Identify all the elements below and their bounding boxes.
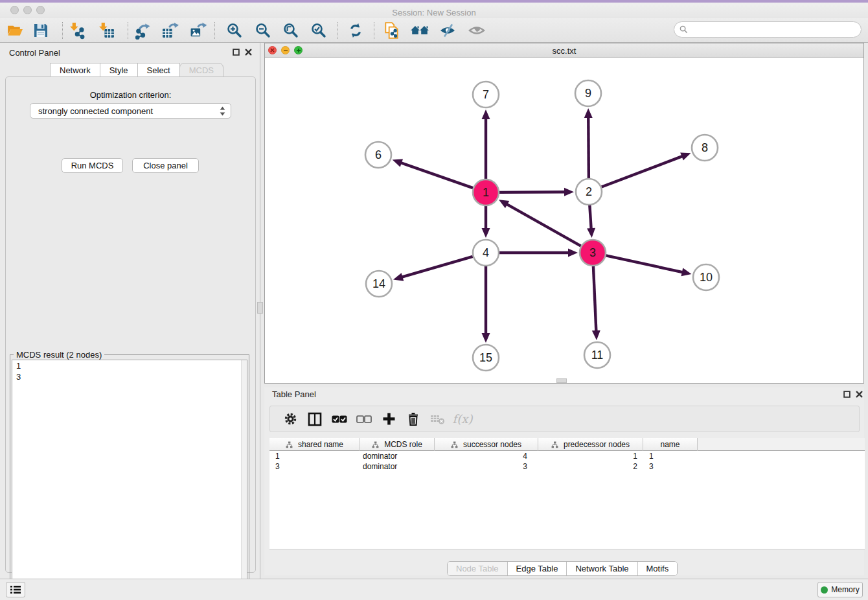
column-header-successor-nodes[interactable]: successor nodes bbox=[435, 438, 538, 451]
criterion-dropdown[interactable]: strongly connected component bbox=[30, 103, 231, 119]
delete-column-button[interactable] bbox=[401, 410, 426, 429]
result-scrollbar[interactable] bbox=[241, 360, 247, 599]
close-table-panel-button[interactable] bbox=[855, 390, 863, 398]
hide-graphics-details-button[interactable] bbox=[437, 20, 459, 41]
graph-edge[interactable] bbox=[588, 116, 589, 178]
graph-edge[interactable] bbox=[589, 205, 591, 230]
open-folder-button[interactable] bbox=[4, 20, 26, 41]
cell-mcds-role[interactable]: dominator bbox=[360, 451, 435, 461]
copy-network-view-button[interactable] bbox=[381, 20, 403, 41]
graph-edge-arrowhead bbox=[393, 273, 404, 281]
tab-select[interactable]: Select bbox=[137, 63, 180, 77]
tab-network-table[interactable]: Network Table bbox=[567, 562, 637, 575]
graph-edge[interactable] bbox=[401, 257, 473, 277]
network-canvas[interactable]: 7968124314101511 bbox=[265, 58, 863, 383]
table-row[interactable]: 1 dominator 4 1 1 bbox=[269, 451, 865, 461]
table-row[interactable]: 3 dominator 3 2 3 bbox=[269, 461, 865, 472]
zoom-in-button[interactable] bbox=[223, 20, 246, 41]
unchecked-boxes-icon bbox=[356, 415, 372, 423]
import-network-button[interactable] bbox=[65, 20, 87, 41]
column-label: shared name bbox=[298, 440, 343, 449]
column-header-shared-name[interactable]: shared name bbox=[269, 438, 360, 451]
show-graphics-details-button[interactable] bbox=[466, 20, 488, 41]
column-header-name[interactable]: name bbox=[643, 438, 698, 451]
memory-button[interactable]: Memory bbox=[817, 582, 863, 597]
zoom-selected-icon bbox=[310, 22, 327, 39]
graph-node-14[interactable]: 14 bbox=[366, 271, 392, 297]
close-panel-icon-button[interactable] bbox=[244, 48, 252, 56]
graph-node-label: 14 bbox=[372, 277, 385, 290]
zoom-selected-button[interactable] bbox=[308, 20, 330, 41]
tree-icon bbox=[551, 441, 558, 448]
graph-edge[interactable] bbox=[499, 192, 566, 192]
graph-edge[interactable] bbox=[606, 255, 684, 272]
tab-node-table[interactable]: Node Table bbox=[448, 562, 508, 575]
graph-node-9[interactable]: 9 bbox=[575, 80, 601, 106]
view-resize-handle[interactable] bbox=[556, 378, 567, 383]
cell-shared-name[interactable]: 3 bbox=[269, 461, 360, 472]
export-table-button[interactable] bbox=[159, 20, 181, 41]
add-column-button[interactable] bbox=[376, 410, 401, 429]
application-window: Session: New Session bbox=[0, 0, 868, 600]
column-label: successor nodes bbox=[463, 440, 521, 449]
graph-node-8[interactable]: 8 bbox=[692, 135, 718, 161]
cell-name[interactable]: 3 bbox=[643, 461, 698, 472]
function-builder-button[interactable]: f(x) bbox=[450, 410, 475, 429]
column-label: name bbox=[660, 440, 680, 449]
optimization-criterion-label: Optimization criterion: bbox=[6, 90, 255, 100]
float-table-panel-button[interactable] bbox=[843, 390, 851, 398]
unselect-all-columns-button[interactable] bbox=[352, 410, 376, 429]
cell-name[interactable]: 1 bbox=[643, 451, 698, 461]
tab-edge-table[interactable]: Edge Table bbox=[508, 562, 567, 575]
tab-style[interactable]: Style bbox=[100, 63, 138, 77]
go-home-button[interactable] bbox=[409, 20, 431, 41]
titlebar: Session: New Session bbox=[0, 3, 868, 18]
close-panel-button[interactable]: Close panel bbox=[132, 158, 199, 173]
search-field[interactable] bbox=[674, 21, 862, 38]
trash-icon bbox=[406, 412, 420, 426]
search-input[interactable] bbox=[691, 24, 856, 35]
mcds-result-list[interactable]: 1 3 bbox=[12, 360, 247, 600]
export-image-icon bbox=[189, 22, 207, 40]
graph-edge[interactable] bbox=[602, 156, 684, 187]
graph-node-15[interactable]: 15 bbox=[473, 345, 499, 371]
delete-table-button[interactable] bbox=[426, 410, 450, 429]
graph-edge[interactable] bbox=[505, 203, 580, 246]
zoom-fit-button[interactable] bbox=[280, 20, 302, 41]
export-image-button[interactable] bbox=[187, 20, 209, 41]
tab-network[interactable]: Network bbox=[50, 63, 100, 77]
graph-node-10[interactable]: 10 bbox=[693, 264, 719, 290]
select-all-columns-button[interactable] bbox=[327, 410, 352, 429]
task-history-button[interactable] bbox=[6, 582, 25, 597]
zoom-out-button[interactable] bbox=[252, 20, 274, 41]
graph-edge[interactable] bbox=[400, 163, 473, 189]
tab-mcds[interactable]: MCDS bbox=[179, 63, 223, 77]
tab-motifs[interactable]: Motifs bbox=[638, 562, 678, 575]
refresh-button[interactable] bbox=[345, 20, 367, 41]
graph-node-1[interactable]: 1 bbox=[473, 179, 499, 205]
float-panel-button[interactable] bbox=[232, 48, 240, 56]
graph-node-11[interactable]: 11 bbox=[584, 342, 610, 368]
graph-node-6[interactable]: 6 bbox=[365, 142, 391, 168]
export-network-button[interactable] bbox=[131, 20, 153, 41]
cell-predecessor-nodes[interactable]: 2 bbox=[538, 461, 643, 472]
panel-splitter-handle[interactable] bbox=[257, 302, 263, 314]
run-mcds-button[interactable]: Run MCDS bbox=[62, 158, 123, 173]
graph-node-3[interactable]: 3 bbox=[580, 240, 606, 266]
cell-predecessor-nodes[interactable]: 1 bbox=[538, 451, 643, 461]
table-settings-button[interactable] bbox=[278, 410, 303, 429]
cell-successor-nodes[interactable]: 3 bbox=[435, 461, 538, 472]
split-panel-button[interactable] bbox=[303, 410, 327, 429]
graph-node-4[interactable]: 4 bbox=[473, 240, 499, 266]
graph-node-2[interactable]: 2 bbox=[576, 179, 602, 205]
cell-successor-nodes[interactable]: 4 bbox=[435, 451, 538, 461]
cell-mcds-role[interactable]: dominator bbox=[360, 461, 435, 472]
graph-node-7[interactable]: 7 bbox=[473, 82, 499, 108]
save-session-button[interactable] bbox=[30, 20, 52, 41]
column-header-predecessor-nodes[interactable]: predecessor nodes bbox=[538, 438, 643, 451]
column-header-mcds-role[interactable]: MCDS role bbox=[360, 438, 435, 451]
graph-edge[interactable] bbox=[593, 266, 597, 332]
import-table-button[interactable] bbox=[95, 20, 117, 41]
graph-edge-arrowhead bbox=[568, 249, 578, 257]
cell-shared-name[interactable]: 1 bbox=[269, 451, 360, 461]
